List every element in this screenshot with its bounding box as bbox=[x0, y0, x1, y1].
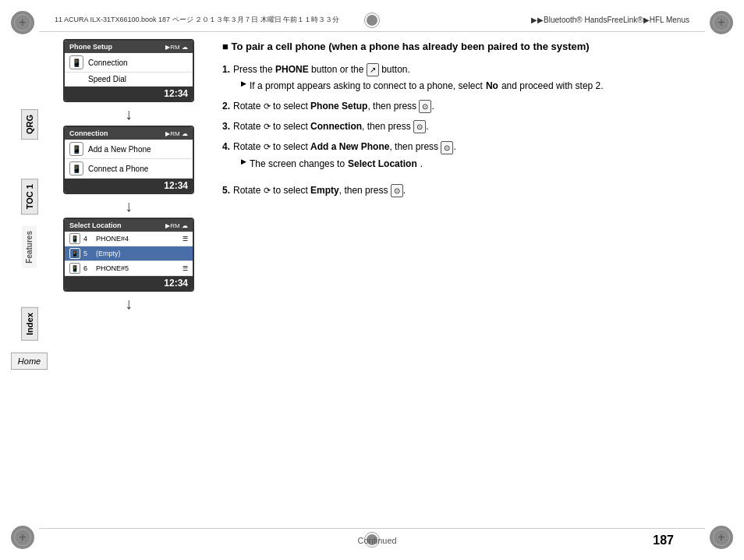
down-arrow-3: ↓ bbox=[125, 296, 133, 311]
slot-icon-4: 📱 bbox=[69, 233, 80, 244]
sidebar-tab-qrg[interactable]: QRG bbox=[21, 109, 38, 140]
press-icon-3: ⊙ bbox=[413, 120, 426, 133]
select-item-5: 📱 5 (Empty) bbox=[65, 246, 193, 261]
rotate-icon-2: ⟳ bbox=[264, 101, 271, 111]
text-panel: To pair a cell phone (when a phone has a… bbox=[222, 31, 732, 529]
breadcrumb: ▶▶Bluetooth® HandsFreeLink®▶HFL Menus bbox=[531, 16, 689, 24]
down-arrow-1: ↓ bbox=[125, 106, 133, 122]
step-content-1: Press the PHONE button or the ↗ button. … bbox=[233, 62, 725, 93]
screen-title-selectlocation: Select Location bbox=[69, 222, 122, 229]
screen-time-selectlocation: 12:34 bbox=[65, 276, 193, 290]
screen-icons-selectlocation: ▶RM ☁ bbox=[165, 222, 188, 229]
phone-icon-1: 📱 bbox=[69, 55, 83, 69]
screen-title-setup: Phone Setup bbox=[69, 43, 112, 51]
step-1: 1. Press the PHONE button or the ↗ butto… bbox=[222, 62, 725, 93]
slot-label-6: PHONE#5 bbox=[96, 264, 129, 272]
slot-num-6: 6 bbox=[83, 264, 93, 272]
press-icon-4: ⊙ bbox=[441, 141, 453, 154]
press-icon-5: ⊙ bbox=[391, 184, 403, 197]
main-content: Phone Setup ▶RM ☁ 📱 Connection Speed Dia… bbox=[51, 31, 732, 529]
down-arrow-2: ↓ bbox=[125, 198, 133, 214]
screen-title-connection: Connection bbox=[69, 129, 108, 137]
rotate-icon-5: ⟳ bbox=[264, 186, 271, 195]
step-content-2: Rotate ⟳ to select Phone Setup, then pre… bbox=[233, 99, 725, 113]
screen-row-connection: 📱 Connection bbox=[65, 53, 193, 73]
sidebar-tab-toc[interactable]: TOC 1 bbox=[21, 179, 38, 214]
screen-icons-connection: ▶RM ☁ bbox=[165, 130, 188, 137]
slot-icon-6: 📱 bbox=[69, 263, 80, 274]
phone-screen-connection: Connection ▶RM ☁ 📱 Add a New Phone 📱 Con… bbox=[63, 126, 194, 194]
sidebar-tab-index[interactable]: Index bbox=[21, 307, 38, 341]
screen-row-addphone: 📱 Add a New Phone bbox=[65, 140, 193, 159]
header-strip: 11 ACURA ILX-31TX66100.book 187 ページ ２０１３… bbox=[39, 8, 705, 31]
phone-screen-selectlocation: Select Location ▶RM ☁ 📱 4 PHONE#4 ☰ 📱 5 … bbox=[63, 218, 194, 292]
screen-time-setup: 12:34 bbox=[65, 87, 193, 101]
step-4-sub: The screen changes to Select Location. bbox=[241, 157, 725, 171]
phone-screen-setup: Phone Setup ▶RM ☁ 📱 Connection Speed Dia… bbox=[63, 39, 194, 102]
rotate-icon-4: ⟳ bbox=[264, 142, 271, 151]
screen-time-connection: 12:34 bbox=[65, 179, 193, 193]
step-content-4: Rotate ⟳ to select Add a New Phone, then… bbox=[233, 140, 725, 170]
select-item-4: 📱 4 PHONE#4 ☰ bbox=[65, 232, 193, 246]
sidebar-tab-features: Features bbox=[22, 226, 37, 268]
corner-decoration-bl bbox=[11, 526, 34, 549]
slot-num-5: 5 bbox=[83, 250, 93, 257]
slot-indicator-6: ☰ bbox=[182, 265, 188, 272]
screen-row-connectphone: 📱 Connect a Phone bbox=[65, 159, 193, 179]
select-item-6: 📱 6 PHONE#5 ☰ bbox=[65, 261, 193, 276]
screens-panel: Phone Setup ▶RM ☁ 📱 Connection Speed Dia… bbox=[51, 31, 207, 529]
step-2: 2. Rotate ⟳ to select Phone Setup, then … bbox=[222, 99, 725, 113]
slot-indicator-4: ☰ bbox=[182, 236, 188, 243]
screen-row-label-connection: Connection bbox=[88, 58, 128, 67]
phone-button-icon: ↗ bbox=[367, 63, 379, 76]
left-sidebar: QRG TOC 1 Features Index Home bbox=[8, 31, 51, 529]
screen-icons-setup: ▶RM ☁ bbox=[165, 44, 188, 51]
step-num-3: 3. bbox=[222, 119, 230, 133]
step-content-3: Rotate ⟳ to select Connection, then pres… bbox=[233, 119, 725, 133]
step-1-sub: If a prompt appears asking to connect to… bbox=[241, 79, 725, 93]
rotate-icon-3: ⟳ bbox=[264, 122, 271, 131]
slot-label-5: (Empty) bbox=[96, 250, 121, 257]
file-info: 11 ACURA ILX-31TX66100.book 187 ページ ２０１３… bbox=[55, 15, 339, 25]
phone-icon-2: 📱 bbox=[69, 142, 83, 156]
page-number: 187 bbox=[653, 533, 674, 548]
press-icon-2: ⊙ bbox=[419, 100, 431, 113]
step-4: 4. Rotate ⟳ to select Add a New Phone, t… bbox=[222, 140, 725, 170]
step-num-4: 4. bbox=[222, 140, 230, 170]
screen-row-label-connectphone: Connect a Phone bbox=[88, 165, 148, 173]
step-content-5: Rotate ⟳ to select Empty, then press ⊙. bbox=[233, 183, 725, 197]
slot-num-4: 4 bbox=[83, 235, 93, 243]
screen-header-setup: Phone Setup ▶RM ☁ bbox=[65, 41, 193, 53]
screen-header-selectlocation: Select Location ▶RM ☁ bbox=[65, 219, 193, 232]
screen-row-label-addphone: Add a New Phone bbox=[88, 145, 151, 154]
slot-icon-5: 📱 bbox=[69, 248, 80, 259]
step-num-2: 2. bbox=[222, 99, 230, 113]
step-num-5: 5. bbox=[222, 183, 230, 197]
step-num-1: 1. bbox=[222, 62, 230, 93]
step-3: 3. Rotate ⟳ to select Connection, then p… bbox=[222, 119, 725, 133]
sidebar-tab-home[interactable]: Home bbox=[11, 353, 48, 370]
corner-decoration-br bbox=[710, 526, 733, 549]
continued-text: Continued bbox=[101, 536, 653, 545]
screen-header-connection: Connection ▶RM ☁ bbox=[65, 127, 193, 140]
slot-label-4: PHONE#4 bbox=[96, 235, 129, 243]
step-5: 5. Rotate ⟳ to select Empty, then press … bbox=[222, 183, 725, 197]
screen-row-label-speeddial: Speed Dial bbox=[88, 75, 126, 83]
phone-icon-3: 📱 bbox=[69, 161, 83, 175]
section-title: To pair a cell phone (when a phone has a… bbox=[222, 39, 725, 55]
screen-row-speeddial: Speed Dial bbox=[65, 73, 193, 87]
bottom-strip: Continued 187 bbox=[39, 529, 705, 552]
